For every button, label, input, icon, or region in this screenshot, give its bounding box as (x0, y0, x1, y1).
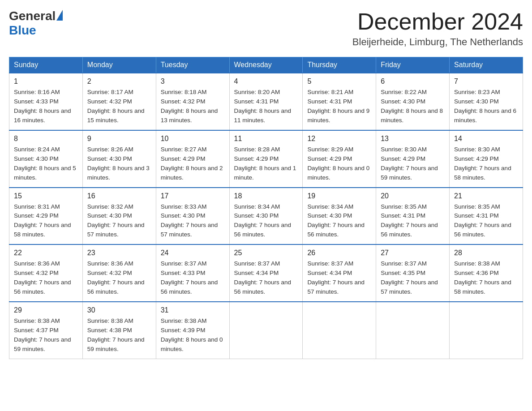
table-row: 9 Sunrise: 8:26 AMSunset: 4:30 PMDayligh… (82, 130, 156, 188)
day-info: Sunrise: 8:18 AMSunset: 4:32 PMDaylight:… (161, 89, 218, 124)
day-number: 14 (454, 133, 518, 144)
day-info: Sunrise: 8:34 AMSunset: 4:30 PMDaylight:… (234, 203, 292, 238)
weekday-header-tuesday: Tuesday (156, 57, 229, 73)
day-number: 24 (161, 248, 225, 258)
table-row: 11 Sunrise: 8:28 AMSunset: 4:29 PMDaylig… (229, 130, 303, 188)
day-number: 22 (14, 248, 78, 258)
day-number: 10 (161, 133, 225, 144)
day-info: Sunrise: 8:38 AMSunset: 4:36 PMDaylight:… (454, 260, 511, 295)
day-number: 4 (234, 76, 298, 87)
day-number: 12 (307, 133, 371, 144)
weekday-header-thursday: Thursday (303, 57, 376, 73)
page-header: General Blue December 2024 Bleijerheide,… (9, 9, 523, 48)
table-row: 15 Sunrise: 8:31 AMSunset: 4:29 PMDaylig… (9, 188, 83, 245)
day-number: 30 (87, 305, 151, 316)
title-container: December 2024 Bleijerheide, Limburg, The… (352, 9, 523, 48)
day-info: Sunrise: 8:38 AMSunset: 4:39 PMDaylight:… (161, 317, 223, 352)
table-row: 30 Sunrise: 8:38 AMSunset: 4:38 PMDaylig… (82, 302, 156, 359)
day-info: Sunrise: 8:22 AMSunset: 4:30 PMDaylight:… (381, 89, 443, 124)
table-row: 16 Sunrise: 8:32 AMSunset: 4:30 PMDaylig… (82, 188, 156, 245)
table-row: 22 Sunrise: 8:36 AMSunset: 4:32 PMDaylig… (9, 244, 83, 302)
table-row: 6 Sunrise: 8:22 AMSunset: 4:30 PMDayligh… (376, 73, 450, 130)
day-info: Sunrise: 8:27 AMSunset: 4:29 PMDaylight:… (161, 146, 223, 181)
table-row (450, 302, 523, 359)
day-info: Sunrise: 8:21 AMSunset: 4:31 PMDaylight:… (307, 89, 369, 124)
day-number: 16 (87, 191, 151, 201)
table-row: 5 Sunrise: 8:21 AMSunset: 4:31 PMDayligh… (303, 73, 376, 130)
day-info: Sunrise: 8:30 AMSunset: 4:29 PMDaylight:… (381, 146, 438, 181)
table-row (229, 302, 303, 359)
table-row: 3 Sunrise: 8:18 AMSunset: 4:32 PMDayligh… (156, 73, 229, 130)
day-number: 23 (87, 248, 151, 258)
table-row: 13 Sunrise: 8:30 AMSunset: 4:29 PMDaylig… (376, 130, 450, 188)
table-row: 24 Sunrise: 8:37 AMSunset: 4:33 PMDaylig… (156, 244, 229, 302)
weekday-header-friday: Friday (376, 57, 450, 73)
week-row-4: 22 Sunrise: 8:36 AMSunset: 4:32 PMDaylig… (9, 244, 523, 302)
week-row-1: 1 Sunrise: 8:16 AMSunset: 4:33 PMDayligh… (9, 73, 523, 130)
day-number: 27 (381, 248, 445, 258)
day-number: 9 (87, 133, 151, 144)
day-number: 6 (381, 76, 445, 87)
logo-blue: Blue (9, 23, 36, 38)
table-row: 14 Sunrise: 8:30 AMSunset: 4:29 PMDaylig… (450, 130, 523, 188)
day-number: 20 (381, 191, 445, 201)
day-number: 7 (454, 76, 518, 87)
day-info: Sunrise: 8:35 AMSunset: 4:31 PMDaylight:… (454, 203, 511, 238)
day-number: 21 (454, 191, 518, 201)
table-row: 19 Sunrise: 8:34 AMSunset: 4:30 PMDaylig… (303, 188, 376, 245)
week-row-2: 8 Sunrise: 8:24 AMSunset: 4:30 PMDayligh… (9, 130, 523, 188)
week-row-3: 15 Sunrise: 8:31 AMSunset: 4:29 PMDaylig… (9, 188, 523, 245)
day-info: Sunrise: 8:29 AMSunset: 4:29 PMDaylight:… (307, 146, 369, 181)
day-info: Sunrise: 8:36 AMSunset: 4:32 PMDaylight:… (87, 260, 145, 295)
logo-general: General (9, 9, 56, 23)
table-row (303, 302, 376, 359)
day-info: Sunrise: 8:37 AMSunset: 4:34 PMDaylight:… (307, 260, 365, 295)
day-info: Sunrise: 8:23 AMSunset: 4:30 PMDaylight:… (454, 89, 516, 124)
day-info: Sunrise: 8:17 AMSunset: 4:32 PMDaylight:… (87, 89, 145, 124)
day-info: Sunrise: 8:35 AMSunset: 4:31 PMDaylight:… (381, 203, 438, 238)
table-row: 23 Sunrise: 8:36 AMSunset: 4:32 PMDaylig… (82, 244, 156, 302)
day-number: 11 (234, 133, 298, 144)
table-row: 26 Sunrise: 8:37 AMSunset: 4:34 PMDaylig… (303, 244, 376, 302)
table-row: 25 Sunrise: 8:37 AMSunset: 4:34 PMDaylig… (229, 244, 303, 302)
table-row: 2 Sunrise: 8:17 AMSunset: 4:32 PMDayligh… (82, 73, 156, 130)
day-number: 31 (161, 305, 225, 316)
day-info: Sunrise: 8:38 AMSunset: 4:37 PMDaylight:… (14, 317, 71, 352)
table-row: 28 Sunrise: 8:38 AMSunset: 4:36 PMDaylig… (450, 244, 523, 302)
weekday-header-saturday: Saturday (450, 57, 523, 73)
day-number: 8 (14, 133, 78, 144)
weekday-header-wednesday: Wednesday (229, 57, 303, 73)
table-row: 21 Sunrise: 8:35 AMSunset: 4:31 PMDaylig… (450, 188, 523, 245)
day-number: 26 (307, 248, 371, 258)
day-number: 1 (14, 76, 78, 87)
day-info: Sunrise: 8:37 AMSunset: 4:34 PMDaylight:… (234, 260, 292, 295)
day-info: Sunrise: 8:37 AMSunset: 4:35 PMDaylight:… (381, 260, 438, 295)
day-info: Sunrise: 8:38 AMSunset: 4:38 PMDaylight:… (87, 317, 145, 352)
day-info: Sunrise: 8:16 AMSunset: 4:33 PMDaylight:… (14, 89, 71, 124)
table-row: 10 Sunrise: 8:27 AMSunset: 4:29 PMDaylig… (156, 130, 229, 188)
day-number: 13 (381, 133, 445, 144)
day-number: 25 (234, 248, 298, 258)
day-info: Sunrise: 8:34 AMSunset: 4:30 PMDaylight:… (307, 203, 365, 238)
day-number: 29 (14, 305, 78, 316)
day-number: 3 (161, 76, 225, 87)
table-row: 17 Sunrise: 8:33 AMSunset: 4:30 PMDaylig… (156, 188, 229, 245)
table-row: 20 Sunrise: 8:35 AMSunset: 4:31 PMDaylig… (376, 188, 450, 245)
day-info: Sunrise: 8:28 AMSunset: 4:29 PMDaylight:… (234, 146, 296, 181)
day-info: Sunrise: 8:24 AMSunset: 4:30 PMDaylight:… (14, 146, 76, 181)
table-row: 29 Sunrise: 8:38 AMSunset: 4:37 PMDaylig… (9, 302, 83, 359)
calendar-table: SundayMondayTuesdayWednesdayThursdayFrid… (9, 57, 523, 359)
day-number: 5 (307, 76, 371, 87)
day-number: 2 (87, 76, 151, 87)
weekday-header-row: SundayMondayTuesdayWednesdayThursdayFrid… (9, 57, 523, 73)
logo-triangle-icon (56, 10, 63, 21)
table-row: 31 Sunrise: 8:38 AMSunset: 4:39 PMDaylig… (156, 302, 229, 359)
day-info: Sunrise: 8:30 AMSunset: 4:29 PMDaylight:… (454, 146, 511, 181)
day-info: Sunrise: 8:37 AMSunset: 4:33 PMDaylight:… (161, 260, 218, 295)
weekday-header-sunday: Sunday (9, 57, 83, 73)
day-number: 17 (161, 191, 225, 201)
location-subtitle: Bleijerheide, Limburg, The Netherlands (352, 36, 523, 48)
month-year-title: December 2024 (352, 9, 523, 34)
day-info: Sunrise: 8:32 AMSunset: 4:30 PMDaylight:… (87, 203, 145, 238)
table-row: 1 Sunrise: 8:16 AMSunset: 4:33 PMDayligh… (9, 73, 83, 130)
